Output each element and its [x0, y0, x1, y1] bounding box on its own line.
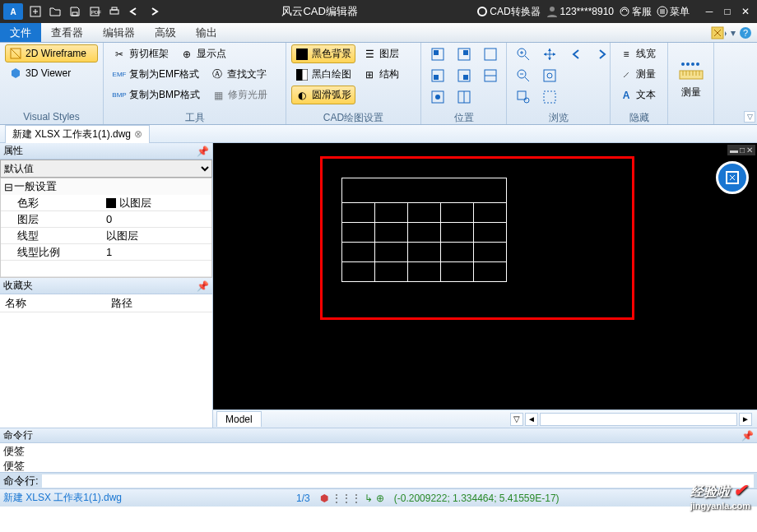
user-account[interactable]: 123****8910: [546, 5, 614, 18]
svg-line-19: [11, 49, 21, 58]
menu-tab-file[interactable]: 文件: [0, 23, 41, 42]
pos-btn-7[interactable]: [426, 87, 449, 107]
pin-icon[interactable]: 📌: [197, 280, 209, 292]
clip-frame-button[interactable]: ✂剪切框架: [109, 44, 173, 63]
pos-btn-3[interactable]: [479, 44, 502, 64]
vp-close-icon[interactable]: ✕: [746, 146, 753, 155]
find-text-button[interactable]: Ⓐ查找文字: [207, 65, 271, 84]
svg-point-59: [691, 62, 694, 66]
prop-row-layer[interactable]: 图层 0: [1, 211, 211, 228]
ortho-icon[interactable]: ↳: [365, 493, 373, 504]
svg-point-8: [478, 7, 486, 16]
viewer-3d-button[interactable]: 3D Viewer: [5, 64, 98, 82]
group-label: CAD绘图设置: [291, 111, 416, 124]
measure-button[interactable]: ⟋测量: [615, 65, 662, 84]
smooth-arc-button[interactable]: ◐圆滑弧形: [291, 86, 355, 104]
help-bubble-icon[interactable]: [716, 161, 749, 194]
viewport-controls[interactable]: ▬ □ ✕: [727, 145, 755, 155]
collapse-icon[interactable]: ⊟: [4, 181, 14, 193]
show-point-button[interactable]: ⊕显示点: [176, 44, 230, 63]
vp-min-icon[interactable]: ▬: [730, 146, 738, 155]
close-tab-icon[interactable]: ⊗: [134, 128, 142, 140]
command-input[interactable]: [42, 474, 754, 488]
support-button[interactable]: 客服: [619, 5, 652, 19]
help-icon[interactable]: ?: [739, 26, 752, 39]
menu-tab-editor[interactable]: 编辑器: [93, 23, 145, 42]
command-line: 命令行:: [0, 472, 757, 488]
structure-button[interactable]: ⊞结构: [359, 65, 403, 84]
properties-panel: 默认值 ⊟ 一般设置 色彩 以图层 图层 0 线型 以图层: [0, 160, 212, 278]
zoom-in-button[interactable]: [512, 44, 535, 64]
properties-default-select[interactable]: 默认值: [0, 160, 212, 178]
vp-max-icon[interactable]: □: [740, 146, 745, 155]
save-icon[interactable]: [66, 2, 84, 21]
prop-row-ltscale[interactable]: 线型比例 1: [1, 244, 211, 261]
col-path[interactable]: 路径: [106, 296, 212, 311]
model-tab[interactable]: Model: [216, 411, 262, 427]
maximize-button[interactable]: □: [719, 3, 736, 20]
app-logo: A: [3, 3, 23, 20]
scroll-left-icon[interactable]: ◄: [525, 413, 538, 426]
pos-btn-8[interactable]: [453, 87, 476, 107]
zoom-out-button[interactable]: [512, 66, 535, 86]
minimize-button[interactable]: ─: [701, 3, 718, 20]
pos-btn-5[interactable]: [453, 66, 476, 86]
scroll-track[interactable]: [540, 413, 737, 426]
copy-emf-button[interactable]: EMF复制为EMF格式: [109, 65, 203, 84]
group-label: 浏览: [512, 111, 605, 124]
pan-button[interactable]: [538, 44, 561, 64]
properties-section[interactable]: ⊟ 一般设置: [1, 178, 211, 195]
pos-btn-1[interactable]: [426, 44, 449, 64]
polar-icon[interactable]: ⊕: [376, 493, 384, 504]
layout-tabs: Model ▽ ◄ ►: [213, 409, 757, 428]
menu-tab-output[interactable]: 输出: [186, 23, 227, 42]
pos-btn-2[interactable]: [453, 44, 476, 64]
drawing-canvas[interactable]: ▬ □ ✕: [213, 143, 757, 409]
new-icon[interactable]: [26, 2, 44, 21]
prop-row-color[interactable]: 色彩 以图层: [1, 195, 211, 211]
style-dropdown-icon[interactable]: [711, 26, 727, 39]
document-tab[interactable]: 新建 XLSX 工作表1(1).dwg ⊗: [5, 125, 150, 143]
zoom-window-button[interactable]: [512, 87, 535, 107]
wireframe-2d-button[interactable]: 2D Wireframe: [5, 44, 98, 62]
pin-icon[interactable]: 📌: [741, 430, 754, 442]
grid-icon[interactable]: ⋮⋮⋮: [332, 493, 361, 504]
trim-album-button[interactable]: ▦修剪光册: [207, 86, 272, 104]
menu-button[interactable]: 菜单: [657, 5, 690, 19]
black-bg-button[interactable]: 黑色背景: [291, 44, 355, 63]
text-button[interactable]: A文本: [615, 86, 662, 104]
main-area: 属性 📌 默认值 ⊟ 一般设置 色彩 以图层 图层 0: [0, 143, 757, 428]
scroll-dropdown-icon[interactable]: ▽: [510, 413, 523, 426]
layers-button[interactable]: ☰图层: [359, 44, 403, 63]
scroll-right-icon[interactable]: ►: [739, 413, 752, 426]
zoom-fit-button[interactable]: [538, 66, 561, 86]
pin-icon[interactable]: 📌: [197, 146, 209, 157]
menu-tab-viewer[interactable]: 查看器: [41, 23, 93, 42]
ribbon-expand-button[interactable]: ▽: [744, 111, 755, 123]
ribbon-group-position: 位置: [421, 43, 507, 124]
prop-row-linetype[interactable]: 线型 以图层: [1, 228, 211, 244]
close-button[interactable]: ✕: [737, 3, 754, 20]
log-line: 便签: [3, 459, 754, 472]
svg-rect-20: [296, 49, 308, 60]
pos-btn-4[interactable]: [426, 66, 449, 86]
snap-icon[interactable]: ⬢: [320, 493, 328, 504]
open-icon[interactable]: [46, 2, 64, 21]
help-expand-icon[interactable]: ▾: [731, 27, 736, 39]
copy-bmp-button[interactable]: BMP复制为BMP格式: [109, 86, 204, 104]
export-icon[interactable]: PDF: [86, 2, 104, 21]
prev-button[interactable]: [564, 44, 587, 64]
redo-icon[interactable]: [145, 2, 163, 21]
pos-btn-6[interactable]: [479, 66, 502, 86]
zoom-extents-button[interactable]: [538, 87, 561, 107]
menu-tab-advanced[interactable]: 高级: [145, 23, 186, 42]
linewidth-button[interactable]: ≡线宽: [615, 44, 662, 63]
bw-draw-button[interactable]: 黑白绘图: [291, 65, 355, 84]
measure-big-button[interactable]: 测量: [674, 53, 708, 103]
converter-button[interactable]: CAD转换器: [476, 5, 540, 19]
col-name[interactable]: 名称: [0, 296, 106, 311]
print-icon[interactable]: [105, 2, 123, 21]
undo-icon[interactable]: [125, 2, 143, 21]
svg-rect-31: [463, 75, 468, 80]
favorites-panel: 名称 路径: [0, 294, 212, 428]
